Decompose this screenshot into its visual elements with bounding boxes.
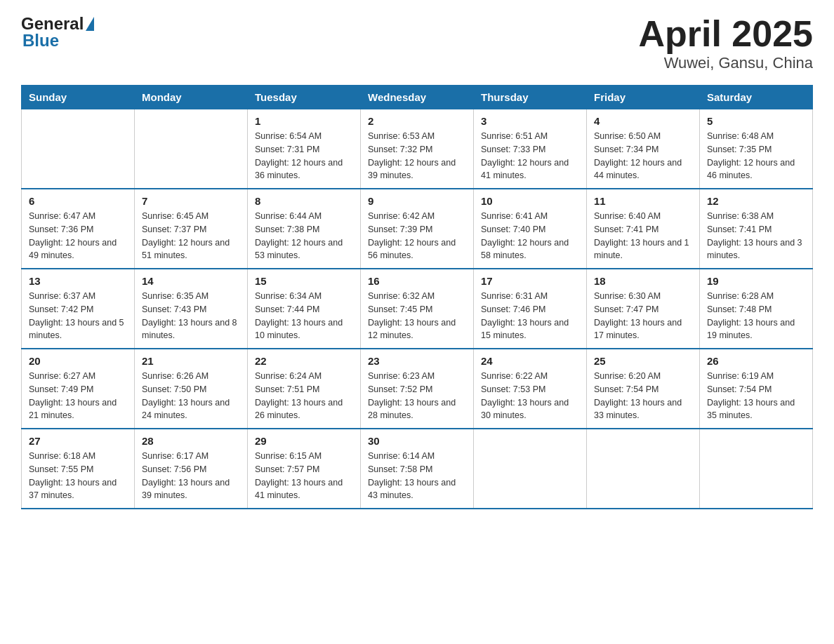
column-header-friday: Friday (587, 86, 700, 109)
calendar-cell: 13Sunrise: 6:37 AMSunset: 7:42 PMDayligh… (22, 269, 135, 349)
day-number: 13 (29, 275, 127, 287)
day-number: 6 (29, 195, 127, 207)
calendar-cell: 27Sunrise: 6:18 AMSunset: 7:55 PMDayligh… (22, 429, 135, 509)
day-info: Sunrise: 6:28 AMSunset: 7:48 PMDaylight:… (707, 290, 805, 342)
calendar-cell: 6Sunrise: 6:47 AMSunset: 7:36 PMDaylight… (22, 189, 135, 269)
calendar-cell (22, 109, 135, 189)
calendar-cell: 11Sunrise: 6:40 AMSunset: 7:41 PMDayligh… (587, 189, 700, 269)
day-info: Sunrise: 6:40 AMSunset: 7:41 PMDaylight:… (594, 210, 692, 262)
day-number: 23 (368, 355, 466, 367)
day-info: Sunrise: 6:47 AMSunset: 7:36 PMDaylight:… (29, 210, 127, 262)
calendar-table: SundayMondayTuesdayWednesdayThursdayFrid… (21, 85, 813, 509)
calendar-cell: 23Sunrise: 6:23 AMSunset: 7:52 PMDayligh… (361, 349, 474, 429)
day-number: 7 (142, 195, 240, 207)
calendar-cell (474, 429, 587, 509)
page-header: General Blue April 2025 Wuwei, Gansu, Ch… (21, 14, 813, 72)
day-info: Sunrise: 6:54 AMSunset: 7:31 PMDaylight:… (255, 130, 353, 182)
calendar-cell: 1Sunrise: 6:54 AMSunset: 7:31 PMDaylight… (248, 109, 361, 189)
calendar-cell (587, 429, 700, 509)
day-info: Sunrise: 6:35 AMSunset: 7:43 PMDaylight:… (142, 290, 240, 342)
calendar-cell: 10Sunrise: 6:41 AMSunset: 7:40 PMDayligh… (474, 189, 587, 269)
day-number: 1 (255, 115, 353, 127)
calendar-week-row: 13Sunrise: 6:37 AMSunset: 7:42 PMDayligh… (22, 269, 813, 349)
day-number: 20 (29, 355, 127, 367)
calendar-cell: 12Sunrise: 6:38 AMSunset: 7:41 PMDayligh… (700, 189, 813, 269)
day-number: 10 (481, 195, 579, 207)
calendar-cell: 8Sunrise: 6:44 AMSunset: 7:38 PMDaylight… (248, 189, 361, 269)
day-info: Sunrise: 6:23 AMSunset: 7:52 PMDaylight:… (368, 370, 466, 422)
calendar-cell: 20Sunrise: 6:27 AMSunset: 7:49 PMDayligh… (22, 349, 135, 429)
calendar-subtitle: Wuwei, Gansu, China (638, 54, 813, 72)
day-number: 18 (594, 275, 692, 287)
day-info: Sunrise: 6:32 AMSunset: 7:45 PMDaylight:… (368, 290, 466, 342)
day-number: 3 (481, 115, 579, 127)
column-header-sunday: Sunday (22, 86, 135, 109)
calendar-cell: 29Sunrise: 6:15 AMSunset: 7:57 PMDayligh… (248, 429, 361, 509)
calendar-cell: 30Sunrise: 6:14 AMSunset: 7:58 PMDayligh… (361, 429, 474, 509)
calendar-cell: 21Sunrise: 6:26 AMSunset: 7:50 PMDayligh… (135, 349, 248, 429)
calendar-cell: 18Sunrise: 6:30 AMSunset: 7:47 PMDayligh… (587, 269, 700, 349)
calendar-cell: 15Sunrise: 6:34 AMSunset: 7:44 PMDayligh… (248, 269, 361, 349)
logo: General Blue (21, 14, 94, 51)
logo-triangle-icon (86, 17, 94, 31)
logo-blue-text: Blue (22, 31, 59, 51)
day-info: Sunrise: 6:27 AMSunset: 7:49 PMDaylight:… (29, 370, 127, 422)
day-info: Sunrise: 6:48 AMSunset: 7:35 PMDaylight:… (707, 130, 805, 182)
calendar-cell: 9Sunrise: 6:42 AMSunset: 7:39 PMDaylight… (361, 189, 474, 269)
day-number: 4 (594, 115, 692, 127)
calendar-week-row: 20Sunrise: 6:27 AMSunset: 7:49 PMDayligh… (22, 349, 813, 429)
day-info: Sunrise: 6:22 AMSunset: 7:53 PMDaylight:… (481, 370, 579, 422)
day-info: Sunrise: 6:14 AMSunset: 7:58 PMDaylight:… (368, 450, 466, 502)
calendar-cell: 19Sunrise: 6:28 AMSunset: 7:48 PMDayligh… (700, 269, 813, 349)
day-info: Sunrise: 6:26 AMSunset: 7:50 PMDaylight:… (142, 370, 240, 422)
day-info: Sunrise: 6:44 AMSunset: 7:38 PMDaylight:… (255, 210, 353, 262)
calendar-cell: 2Sunrise: 6:53 AMSunset: 7:32 PMDaylight… (361, 109, 474, 189)
day-number: 16 (368, 275, 466, 287)
day-info: Sunrise: 6:15 AMSunset: 7:57 PMDaylight:… (255, 450, 353, 502)
day-number: 25 (594, 355, 692, 367)
day-number: 15 (255, 275, 353, 287)
calendar-cell: 26Sunrise: 6:19 AMSunset: 7:54 PMDayligh… (700, 349, 813, 429)
calendar-cell: 25Sunrise: 6:20 AMSunset: 7:54 PMDayligh… (587, 349, 700, 429)
calendar-cell: 7Sunrise: 6:45 AMSunset: 7:37 PMDaylight… (135, 189, 248, 269)
day-number: 29 (255, 435, 353, 447)
calendar-cell (135, 109, 248, 189)
day-info: Sunrise: 6:41 AMSunset: 7:40 PMDaylight:… (481, 210, 579, 262)
day-info: Sunrise: 6:38 AMSunset: 7:41 PMDaylight:… (707, 210, 805, 262)
calendar-cell: 28Sunrise: 6:17 AMSunset: 7:56 PMDayligh… (135, 429, 248, 509)
day-info: Sunrise: 6:45 AMSunset: 7:37 PMDaylight:… (142, 210, 240, 262)
day-info: Sunrise: 6:17 AMSunset: 7:56 PMDaylight:… (142, 450, 240, 502)
day-info: Sunrise: 6:24 AMSunset: 7:51 PMDaylight:… (255, 370, 353, 422)
column-header-wednesday: Wednesday (361, 86, 474, 109)
day-info: Sunrise: 6:19 AMSunset: 7:54 PMDaylight:… (707, 370, 805, 422)
calendar-cell: 24Sunrise: 6:22 AMSunset: 7:53 PMDayligh… (474, 349, 587, 429)
calendar-week-row: 1Sunrise: 6:54 AMSunset: 7:31 PMDaylight… (22, 109, 813, 189)
column-header-saturday: Saturday (700, 86, 813, 109)
calendar-cell: 17Sunrise: 6:31 AMSunset: 7:46 PMDayligh… (474, 269, 587, 349)
day-info: Sunrise: 6:30 AMSunset: 7:47 PMDaylight:… (594, 290, 692, 342)
day-number: 26 (707, 355, 805, 367)
calendar-week-row: 27Sunrise: 6:18 AMSunset: 7:55 PMDayligh… (22, 429, 813, 509)
calendar-title: April 2025 (638, 14, 813, 54)
calendar-cell: 4Sunrise: 6:50 AMSunset: 7:34 PMDaylight… (587, 109, 700, 189)
day-number: 5 (707, 115, 805, 127)
column-header-thursday: Thursday (474, 86, 587, 109)
day-number: 8 (255, 195, 353, 207)
day-info: Sunrise: 6:50 AMSunset: 7:34 PMDaylight:… (594, 130, 692, 182)
day-number: 22 (255, 355, 353, 367)
day-number: 9 (368, 195, 466, 207)
day-info: Sunrise: 6:42 AMSunset: 7:39 PMDaylight:… (368, 210, 466, 262)
day-number: 24 (481, 355, 579, 367)
title-block: April 2025 Wuwei, Gansu, China (638, 14, 813, 72)
day-number: 2 (368, 115, 466, 127)
calendar-cell: 14Sunrise: 6:35 AMSunset: 7:43 PMDayligh… (135, 269, 248, 349)
column-header-monday: Monday (135, 86, 248, 109)
calendar-cell: 5Sunrise: 6:48 AMSunset: 7:35 PMDaylight… (700, 109, 813, 189)
day-number: 27 (29, 435, 127, 447)
column-header-tuesday: Tuesday (248, 86, 361, 109)
calendar-week-row: 6Sunrise: 6:47 AMSunset: 7:36 PMDaylight… (22, 189, 813, 269)
calendar-cell: 3Sunrise: 6:51 AMSunset: 7:33 PMDaylight… (474, 109, 587, 189)
calendar-cell (700, 429, 813, 509)
day-number: 19 (707, 275, 805, 287)
day-info: Sunrise: 6:18 AMSunset: 7:55 PMDaylight:… (29, 450, 127, 502)
